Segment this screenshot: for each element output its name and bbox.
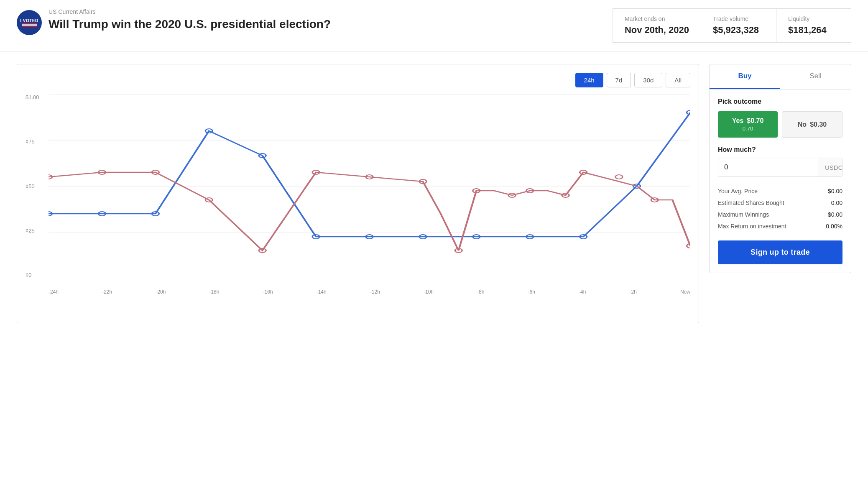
header-title-block: US Current Affairs Will Trump win the 20… [49,8,331,32]
yes-btn-price: $0.70 [747,117,763,125]
stat-liquidity-label: Liquidity [788,15,839,22]
stat-shares-bought-value: 0.00 [831,199,842,206]
x-label-14h: -14h [317,289,327,295]
pick-outcome-label: Pick outcome [718,98,842,105]
stat-avg-price-label: Your Avg. Price [718,188,758,194]
x-axis-labels: -24h -22h -20h -18h -16h -14h -12h -10h … [49,289,690,295]
x-label-20h: -20h [156,289,166,295]
time-btn-30d[interactable]: 30d [634,73,662,87]
chart-svg-container [49,94,690,278]
x-label-10h: -10h [424,289,434,295]
chart-area: $1.00 ¢75 ¢50 ¢25 ¢0 [26,94,690,295]
stat-shares-bought: Estimated Shares Bought 0.00 [718,197,842,209]
outcome-buttons: Yes $0.70 0.70 No $0.30 [718,111,842,138]
outcome-yes-button[interactable]: Yes $0.70 0.70 [718,111,778,138]
stat-avg-price-value: $0.00 [828,188,842,194]
trade-tabs: Buy Sell [710,64,851,89]
sign-up-button[interactable]: Sign up to trade [718,240,842,264]
header-stats: Market ends on Nov 20th, 2020 Trade volu… [613,8,851,43]
stat-max-winnings-value: $0.00 [828,211,842,218]
stat-trade-volume-label: Trade volume [713,15,764,22]
currency-label: USDC [819,158,842,176]
x-label-18h: -18h [209,289,219,295]
x-label-12h: -12h [370,289,380,295]
how-much-label: How much? [718,146,842,153]
stat-max-roi: Max Return on investment 0.00% [718,220,842,232]
chart-header: 24h 7d 30d All [26,73,690,87]
yes-btn-sub: 0.70 [723,125,773,132]
y-label-100: $1.00 [26,94,39,100]
x-label-4h: -4h [579,289,586,295]
x-label-6h: -6h [528,289,535,295]
stat-market-ends: Market ends on Nov 20th, 2020 [613,8,701,43]
time-btn-24h[interactable]: 24h [575,73,603,87]
stat-market-ends-label: Market ends on [625,15,689,22]
voted-badge: I VOTED [17,10,42,35]
category-label: US Current Affairs [49,8,331,15]
x-label-2h: -2h [629,289,636,295]
tab-buy[interactable]: Buy [710,64,780,89]
stat-max-winnings-label: Maximum Winnings [718,211,769,218]
stat-max-roi-value: 0.00% [826,223,842,230]
y-label-75: ¢75 [26,138,39,145]
x-label-16h: -16h [263,289,273,295]
main-content: 24h 7d 30d All $1.00 ¢75 ¢50 ¢25 ¢0 [0,51,868,336]
svg-rect-0 [22,23,37,24]
x-label-24h: -24h [49,289,59,295]
trade-panel: Buy Sell Pick outcome Yes $0.70 0.70 [709,64,851,273]
stat-trade-volume: Trade volume $5,923,328 [701,8,776,43]
chart-panel: 24h 7d 30d All $1.00 ¢75 ¢50 ¢25 ¢0 [17,64,699,323]
voted-text: I VOTED [20,18,38,23]
x-label-8h: -8h [477,289,484,295]
time-btn-7d[interactable]: 7d [607,73,631,87]
y-label-25: ¢25 [26,228,39,234]
trade-body: Pick outcome Yes $0.70 0.70 No $0.30 [710,89,851,273]
no-btn-price: $0.30 [810,121,827,128]
no-btn-title: No [798,121,807,128]
stat-max-roi-label: Max Return on investment [718,223,786,230]
stat-trade-volume-value: $5,923,328 [713,25,764,36]
y-label-0: ¢0 [26,272,39,278]
trade-stats: Your Avg. Price $0.00 Estimated Shares B… [718,185,842,232]
stat-avg-price: Your Avg. Price $0.00 [718,185,842,197]
yes-btn-title: Yes [732,117,744,125]
stat-max-winnings: Maximum Winnings $0.00 [718,209,842,220]
time-btn-all[interactable]: All [666,73,690,87]
stat-liquidity-value: $181,264 [788,25,839,36]
amount-input-row: USDC [718,158,842,177]
outcome-no-button[interactable]: No $0.30 [782,111,842,138]
amount-input[interactable] [718,158,819,176]
stat-liquidity: Liquidity $181,264 [776,8,851,43]
header-left: I VOTED US Current Affairs Will Trump wi… [17,8,331,35]
stat-shares-bought-label: Estimated Shares Bought [718,199,784,206]
flag-stripes [22,23,37,27]
svg-rect-1 [22,24,37,26]
svg-rect-2 [22,26,37,27]
x-label-now: Now [680,289,690,295]
x-label-22h: -22h [102,289,112,295]
market-title: Will Trump win the 2020 U.S. presidentia… [49,17,331,32]
y-axis-labels: $1.00 ¢75 ¢50 ¢25 ¢0 [26,94,39,295]
y-label-50: ¢50 [26,183,39,189]
page-header: I VOTED US Current Affairs Will Trump wi… [0,0,868,51]
stat-market-ends-value: Nov 20th, 2020 [625,25,689,36]
svg-point-35 [615,175,623,179]
tab-sell[interactable]: Sell [780,64,851,89]
chart-svg [49,94,690,278]
